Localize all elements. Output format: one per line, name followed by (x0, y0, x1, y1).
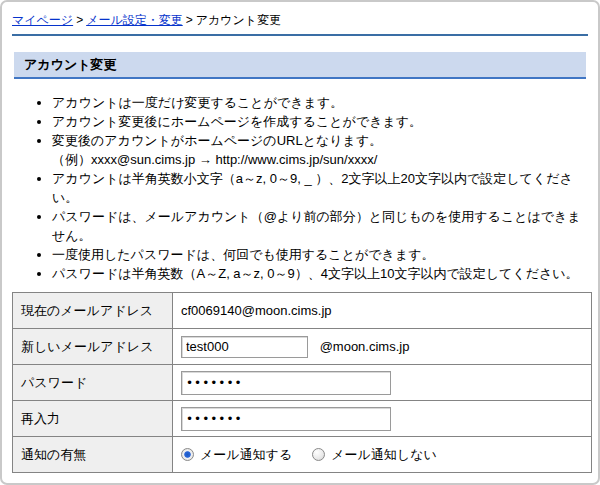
account-change-page: マイページ>メール設定・変更>アカウント変更 アカウント変更 アカウントは一度だ… (0, 0, 600, 485)
instruction-item: アカウント変更後にホームページを作成することができます。 (52, 112, 588, 131)
notify-label: 通知の有無 (13, 437, 173, 473)
reenter-password-input[interactable] (181, 407, 391, 431)
breadcrumb-divider (12, 34, 588, 36)
notify-on-radio[interactable] (181, 448, 194, 461)
instruction-item: パスワードは、メールアカウント（@より前の部分）と同じものを使用することはできま… (52, 207, 588, 245)
breadcrumb-link-mail-settings[interactable]: メール設定・変更 (86, 13, 183, 27)
notify-off-radio[interactable] (312, 448, 325, 461)
password-label: パスワード (13, 365, 173, 401)
table-row-notify: 通知の有無 メール通知する メール通知しない (13, 437, 592, 473)
current-email-value: cf0069140@moon.cims.jp (173, 293, 592, 329)
url-example: （例）xxxx@sun.cims.jp → http://www.cims.jp… (52, 150, 588, 169)
instruction-item: アカウントは半角英数小文字（a～z, 0～9, _ ）、2文字以上20文字以内で… (52, 169, 588, 207)
reenter-password-label: 再入力 (13, 401, 173, 437)
email-domain-suffix: @moon.cims.jp (320, 339, 410, 354)
table-row-password: パスワード (13, 365, 592, 401)
breadcrumb-separator: > (76, 13, 83, 27)
account-form-table: 現在のメールアドレス cf0069140@moon.cims.jp 新しいメール… (12, 292, 592, 473)
instruction-item: パスワードは半角英数（A～Z, a～z, 0～9）、4文字以上10文字以内で設定… (52, 264, 588, 283)
new-email-label: 新しいメールアドレス (13, 329, 173, 365)
notify-on-label: メール通知する (200, 446, 292, 464)
breadcrumb: マイページ>メール設定・変更>アカウント変更 (12, 12, 588, 29)
table-row-current-email: 現在のメールアドレス cf0069140@moon.cims.jp (13, 293, 592, 329)
instruction-item: 一度使用したパスワードは、何回でも使用することができます。 (52, 245, 588, 264)
table-row-reenter-password: 再入力 (13, 401, 592, 437)
breadcrumb-separator: > (186, 13, 193, 27)
notify-radio-group: メール通知する メール通知しない (181, 446, 583, 464)
breadcrumb-link-mypage[interactable]: マイページ (12, 13, 73, 27)
password-input[interactable] (181, 371, 391, 395)
new-email-input[interactable] (181, 336, 308, 358)
table-row-new-email: 新しいメールアドレス @moon.cims.jp (13, 329, 592, 365)
instruction-list: アカウントは一度だけ変更することができます。 アカウント変更後にホームページを作… (2, 93, 588, 283)
instruction-item: 変更後のアカウントがホームページのURLとなります。 （例）xxxx@sun.c… (52, 131, 588, 169)
current-email-label: 現在のメールアドレス (13, 293, 173, 329)
breadcrumb-current: アカウント変更 (196, 13, 281, 27)
page-title: アカウント変更 (14, 52, 586, 79)
notify-off-label: メール通知しない (331, 446, 437, 464)
instruction-text: 変更後のアカウントがホームページのURLとなります。 (52, 133, 382, 148)
instruction-item: アカウントは一度だけ変更することができます。 (52, 93, 588, 112)
